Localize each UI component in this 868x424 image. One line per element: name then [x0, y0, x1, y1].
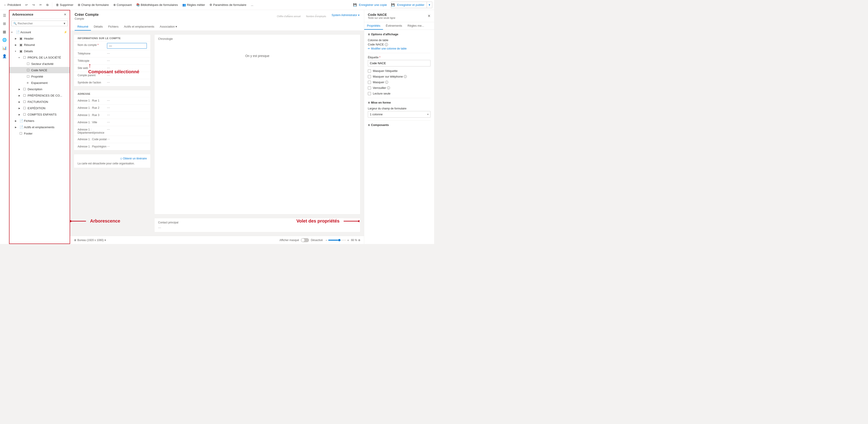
- form-settings-button[interactable]: ⚙ Paramètres de formulaire: [208, 2, 248, 7]
- tree-item-code-nace[interactable]: ☐ Code NACE: [9, 67, 70, 73]
- tree-action-icon-account[interactable]: ⚡: [63, 30, 68, 34]
- tree-item-prefs[interactable]: ▶ ☐ PRÉFÉRENCES DE CO...: [9, 92, 70, 99]
- zoom-fill: [328, 240, 338, 240]
- tree-label-resume: Résumé: [24, 43, 35, 46]
- tree-search-input[interactable]: [18, 22, 62, 25]
- tree-label-fichiers: Fichiers: [24, 119, 34, 123]
- globe-icon-btn[interactable]: 🌐: [1, 36, 8, 43]
- chevron-collapse-icon: ∧: [368, 33, 370, 36]
- hamburger-icon: ☰: [3, 13, 6, 18]
- person-icon-btn[interactable]: 👤: [1, 53, 8, 60]
- save-publish-button[interactable]: 💾 Enregistrer et publier: [391, 2, 427, 8]
- field-width-select[interactable]: 1 colonne ▾: [368, 111, 431, 118]
- copy-icon: ⧉: [46, 3, 49, 7]
- tab-association[interactable]: Association ▾: [157, 23, 180, 31]
- zoom-plus-icon[interactable]: +: [347, 238, 349, 242]
- tree-label-profil: PROFIL DE LA SOCIÉTÉ: [28, 56, 61, 59]
- chevron-device-icon[interactable]: ▾: [104, 238, 106, 242]
- undo-button[interactable]: ↩: [24, 2, 30, 7]
- checkbox-masquer-etiquette-input[interactable]: [368, 69, 371, 73]
- tree-header: Arborescence ✕: [9, 10, 70, 19]
- checkbox-lecture-seule-input[interactable]: [368, 92, 371, 95]
- tree-item-description[interactable]: ▶ ☐ Description: [9, 86, 70, 92]
- menu-icon-btn[interactable]: ☰: [1, 12, 8, 19]
- expand-icon-resume: ▶: [15, 44, 19, 46]
- tree-item-profil[interactable]: ▾ ☐ PROFIL DE LA SOCIÉTÉ: [9, 54, 70, 61]
- composant-button[interactable]: ⊕ Composant: [112, 2, 133, 7]
- tree-item-header[interactable]: ▶ ▣ Header: [9, 35, 70, 42]
- chart-icon-btn[interactable]: 📊: [1, 44, 8, 52]
- checkbox-icon-facturation: ☐: [23, 100, 27, 104]
- tree-close-icon[interactable]: ✕: [63, 12, 67, 17]
- section-formatting[interactable]: ∧ Mise en forme: [368, 101, 431, 104]
- toggle-track[interactable]: [301, 238, 309, 242]
- etiquette-input[interactable]: [368, 60, 431, 66]
- zoom-bar[interactable]: [328, 240, 346, 240]
- form-field-button[interactable]: ⊞ Champ de formulaire: [76, 2, 111, 7]
- right-panel-header: Code NACE Texte sur une seule ligne ✕: [364, 10, 434, 22]
- pencil-icon: ✏: [368, 47, 370, 50]
- checkbox-masquer-telephone-input[interactable]: [368, 75, 371, 78]
- filter-icon[interactable]: ▼: [63, 22, 66, 25]
- tab-fichiers[interactable]: Fichiers: [105, 23, 121, 31]
- tree-item-resume[interactable]: ▶ ▣ Résumé: [9, 42, 70, 48]
- right-panel-close-icon[interactable]: ✕: [428, 14, 431, 18]
- tab-actifs[interactable]: Actifs et emplacements: [121, 23, 157, 31]
- checkbox-verrouiller-input[interactable]: [368, 87, 371, 90]
- expand-icon-fichiers: ▶: [15, 120, 19, 122]
- tab-resume[interactable]: Résumé: [75, 23, 91, 31]
- checkbox-verrouiller: Verrouiller i: [368, 86, 431, 90]
- checkbox-masquer-etiquette: Masquer l'étiquette: [368, 69, 431, 73]
- tree-item-secteur[interactable]: ☐ Secteur d'activité: [9, 61, 70, 67]
- grid-icon-btn[interactable]: ⊞: [1, 20, 8, 27]
- tree-item-facturation[interactable]: ▶ ☐ FACTURATION: [9, 99, 70, 105]
- save-copy-button[interactable]: 💾 Enregistrer une copie: [353, 2, 389, 8]
- form-tabs: Résumé Détails Fichiers Actifs et emplac…: [75, 23, 360, 31]
- cut-button[interactable]: ✂: [37, 2, 44, 7]
- tree-item-fichiers[interactable]: ▶ 📄 Fichiers: [9, 118, 70, 124]
- delete-button[interactable]: 🗑 Supprimer: [54, 2, 75, 7]
- tree-item-actifs[interactable]: ▶ 📄 Actifs et emplacements: [9, 124, 70, 130]
- label-masquer-telephone: Masquer sur téléphone i: [373, 75, 407, 78]
- modify-table-column-link[interactable]: ✏ Modifier une colonne de table: [368, 47, 431, 50]
- person-icon: 👤: [2, 54, 7, 58]
- adresse-title: ADRESSE: [74, 90, 150, 97]
- itinerary-link[interactable]: ◇ Obtenir un itinéraire: [120, 157, 147, 160]
- table-icon-btn[interactable]: ▦: [1, 28, 8, 35]
- section-composants[interactable]: ∧ Composants: [368, 123, 431, 127]
- save-publish-arrow-button[interactable]: ▾: [427, 2, 432, 8]
- tree-item-account[interactable]: ▾ 📄 Account ⚡: [9, 29, 70, 35]
- tree-item-footer[interactable]: ☐ Footer: [9, 130, 70, 137]
- form-libraries-button[interactable]: 📚 Bibliothèques de formulaires: [134, 2, 180, 7]
- checkbox-masquer-input[interactable]: [368, 81, 371, 84]
- tree-label-espacement: Espacement: [31, 81, 48, 85]
- redo-button[interactable]: ↪: [31, 2, 37, 7]
- tree-item-espacement[interactable]: ≡ Espacement: [9, 79, 70, 86]
- rules-icon: 👥: [182, 3, 186, 6]
- zoom-reset-icon[interactable]: ⊕: [358, 238, 360, 242]
- section-formatting-title: Mise en forme: [371, 101, 391, 104]
- more-button[interactable]: ...: [249, 2, 255, 7]
- right-tab-proprietes[interactable]: Propriétés: [364, 22, 383, 30]
- checkbox-icon-profil: ☐: [23, 56, 27, 59]
- tree-item-propriete[interactable]: ☐ Propriété: [9, 73, 70, 79]
- back-button[interactable]: ← Précédent: [2, 2, 23, 7]
- tree-item-expedition[interactable]: ▶ ☐ EXPÉDITION: [9, 105, 70, 111]
- input-nom-compte[interactable]: [107, 43, 147, 48]
- zoom-minus-icon[interactable]: −: [326, 238, 327, 242]
- right-tab-evenements[interactable]: Événements: [383, 22, 405, 30]
- copy-button[interactable]: ⧉: [44, 2, 50, 8]
- expand-icon-actifs: ▶: [15, 126, 19, 128]
- tree-item-comptes-enfants[interactable]: ▶ ☐ COMPTES ENFANTS: [9, 111, 70, 118]
- tree-item-details[interactable]: ▾ ▣ Détails: [9, 48, 70, 54]
- tab-details[interactable]: Détails: [91, 23, 105, 31]
- value-adr-pays: ---: [107, 144, 147, 148]
- tree-label-header: Header: [24, 37, 34, 40]
- right-tab-regles[interactable]: Règles me...: [405, 22, 427, 30]
- tree-label-facturation: FACTURATION: [28, 100, 48, 104]
- map-disabled-text: La carte est désactivée pour cette organ…: [78, 162, 147, 165]
- expand-icon-facturation: ▶: [19, 101, 22, 103]
- section-display-options[interactable]: ∧ Options d'affichage: [368, 33, 431, 36]
- business-rules-button[interactable]: 👥 Règles métier: [181, 2, 207, 7]
- zoom-label: 66 %: [350, 238, 357, 242]
